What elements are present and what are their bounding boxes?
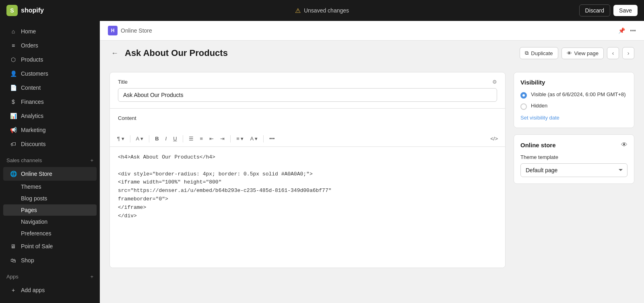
back-button[interactable]: ← xyxy=(109,47,120,59)
underline-btn[interactable]: U xyxy=(171,134,179,143)
sidebar-item-online-store[interactable]: 🌐 Online Store xyxy=(3,167,97,181)
visible-radio[interactable] xyxy=(520,92,527,99)
themes-label: Themes xyxy=(21,183,41,190)
prev-page-button[interactable]: ‹ xyxy=(607,47,619,59)
hidden-option[interactable]: Hidden xyxy=(520,103,627,110)
next-page-button[interactable]: › xyxy=(622,47,634,59)
sidebar-item-marketing[interactable]: 📢 Marketing xyxy=(3,123,97,137)
products-icon: ⬡ xyxy=(10,56,17,63)
sidebar-sub-pages[interactable]: Pages xyxy=(3,204,97,216)
topbar-actions: Discard Save xyxy=(579,4,638,16)
title-input[interactable] xyxy=(118,88,497,102)
page-actions: ⧉ Duplicate 👁 View page ‹ › xyxy=(520,47,634,59)
rich-text-toolbar: ¶ ▾ A ▾ B I U ☰ ≡ ⇤ ⇥ ≡ ▾ A ▾ ••• xyxy=(110,131,505,147)
align-btn[interactable]: ≡ ▾ xyxy=(234,134,246,143)
sidebar-item-content[interactable]: 📄 Content xyxy=(3,81,97,95)
settings-icon[interactable]: ⚙ xyxy=(492,79,497,85)
paragraph-style-btn[interactable]: ¶ ▾ xyxy=(115,134,127,143)
preferences-label: Preferences xyxy=(21,230,51,237)
online-store-title: Online store xyxy=(520,142,556,148)
duplicate-button[interactable]: ⧉ Duplicate xyxy=(520,47,558,59)
outdent-btn[interactable]: ⇤ xyxy=(207,134,216,143)
point-of-sale-icon: 🖥 xyxy=(10,243,17,250)
blog-posts-label: Blog posts xyxy=(21,195,47,202)
page-header: ← Ask About Our Products ⧉ Duplicate 👁 V… xyxy=(100,41,644,62)
save-button[interactable]: Save xyxy=(613,5,638,16)
expand-icon[interactable]: + xyxy=(90,157,93,163)
sidebar-item-label: Content xyxy=(21,85,41,91)
visible-label: Visible (as of 6/6/2024, 6:00 PM GMT+8) xyxy=(531,91,626,97)
sidebar: ⌂ Home ≡ Orders ⬡ Products 👤 Customers 📄… xyxy=(0,21,100,303)
sidebar-item-label: Products xyxy=(21,56,43,63)
sidebar-sub-navigation[interactable]: Navigation xyxy=(3,216,97,227)
theme-template-label: Theme template xyxy=(520,154,627,160)
layout: ⌂ Home ≡ Orders ⬡ Products 👤 Customers 📄… xyxy=(0,21,644,303)
sidebar-item-discounts[interactable]: 🏷 Discounts xyxy=(3,137,97,151)
toolbar-sep-5 xyxy=(263,135,264,142)
toolbar-sep-1 xyxy=(130,135,130,142)
sidebar-item-label: Point of Sale xyxy=(21,243,53,249)
unsaved-changes-label: Unsaved changes xyxy=(304,7,349,14)
hidden-label: Hidden xyxy=(531,103,547,109)
finances-icon: $ xyxy=(10,98,17,105)
italic-btn[interactable]: I xyxy=(163,134,169,143)
sidebar-sub-themes[interactable]: Themes xyxy=(3,181,97,192)
apps-label: Apps xyxy=(6,274,19,280)
sidebar-sub-preferences[interactable]: Preferences xyxy=(3,228,97,239)
toolbar-sep-4 xyxy=(230,135,231,142)
store-icon: H xyxy=(108,26,118,35)
sidebar-item-label: Online Store xyxy=(21,171,52,177)
view-page-button[interactable]: 👁 View page xyxy=(561,47,604,59)
marketing-icon: 📢 xyxy=(10,126,17,134)
sidebar-item-home[interactable]: ⌂ Home xyxy=(3,25,97,38)
pin-icon[interactable]: 📌 xyxy=(618,27,625,34)
sidebar-item-add-apps[interactable]: + Add apps xyxy=(3,283,97,297)
discounts-icon: 🏷 xyxy=(10,140,17,148)
text-color-btn[interactable]: A ▾ xyxy=(248,134,260,143)
visible-option[interactable]: Visible (as of 6/6/2024, 6:00 PM GMT+8) xyxy=(520,91,627,99)
code-view-btn[interactable]: </> xyxy=(488,134,500,143)
page-title: Ask About Our Products xyxy=(125,48,515,58)
sidebar-item-analytics[interactable]: 📊 Analytics xyxy=(3,109,97,123)
shopify-logo-text: shopify xyxy=(21,7,44,14)
navigation-label: Navigation xyxy=(21,218,47,225)
theme-template-select[interactable]: Default page Contact Custom xyxy=(520,163,627,177)
sidebar-sub-blog-posts[interactable]: Blog posts xyxy=(3,193,97,204)
more-options-btn[interactable]: ••• xyxy=(267,134,277,143)
sidebar-item-point-of-sale[interactable]: 🖥 Point of Sale xyxy=(3,239,97,253)
sidebar-item-products[interactable]: ⬡ Products xyxy=(3,53,97,66)
sidebar-item-shop[interactable]: 🛍 Shop xyxy=(3,254,97,267)
sales-channels-label: Sales channels xyxy=(6,157,42,163)
orders-icon: ≡ xyxy=(10,42,17,49)
visibility-title: Visibility xyxy=(520,79,627,86)
customers-icon: 👤 xyxy=(10,70,17,77)
font-family-btn[interactable]: A ▾ xyxy=(134,134,146,143)
more-options-icon[interactable]: ••• xyxy=(630,27,636,34)
ordered-list-btn[interactable]: ≡ xyxy=(198,134,206,143)
title-label: Title ⚙ xyxy=(118,79,497,85)
hidden-radio[interactable] xyxy=(520,103,527,110)
sidebar-item-label: Analytics xyxy=(21,113,43,119)
sidebar-item-label: Finances xyxy=(21,99,44,105)
sidebar-item-label: Customers xyxy=(21,70,48,77)
online-store-eye-icon[interactable]: 👁 xyxy=(621,141,627,148)
breadcrumb-text: Online Store xyxy=(121,27,152,34)
bold-btn[interactable]: B xyxy=(153,134,161,143)
online-store-header: Online store 👁 xyxy=(520,141,627,148)
online-store-card: Online store 👁 Theme template Default pa… xyxy=(514,134,634,184)
eye-icon: 👁 xyxy=(567,50,572,56)
discard-button[interactable]: Discard xyxy=(579,4,610,16)
unordered-list-btn[interactable]: ☰ xyxy=(186,134,196,143)
analytics-icon: 📊 xyxy=(10,112,17,120)
breadcrumb-actions: 📌 ••• xyxy=(618,27,636,34)
sidebar-item-finances[interactable]: $ Finances xyxy=(3,95,97,109)
indent-btn[interactable]: ⇥ xyxy=(218,134,227,143)
set-visibility-link[interactable]: Set visibility date xyxy=(520,115,559,121)
duplicate-icon: ⧉ xyxy=(525,50,528,56)
sidebar-item-customers[interactable]: 👤 Customers xyxy=(3,67,97,80)
topbar: S shopify ⚠ Unsaved changes Discard Save xyxy=(0,0,644,21)
apps-expand-icon[interactable]: + xyxy=(90,274,93,280)
sales-channels-header: Sales channels + xyxy=(0,154,100,167)
sidebar-item-orders[interactable]: ≡ Orders xyxy=(3,39,97,52)
code-editor[interactable]: <h4>Ask About Our Products</h4> <div sty… xyxy=(110,147,505,268)
